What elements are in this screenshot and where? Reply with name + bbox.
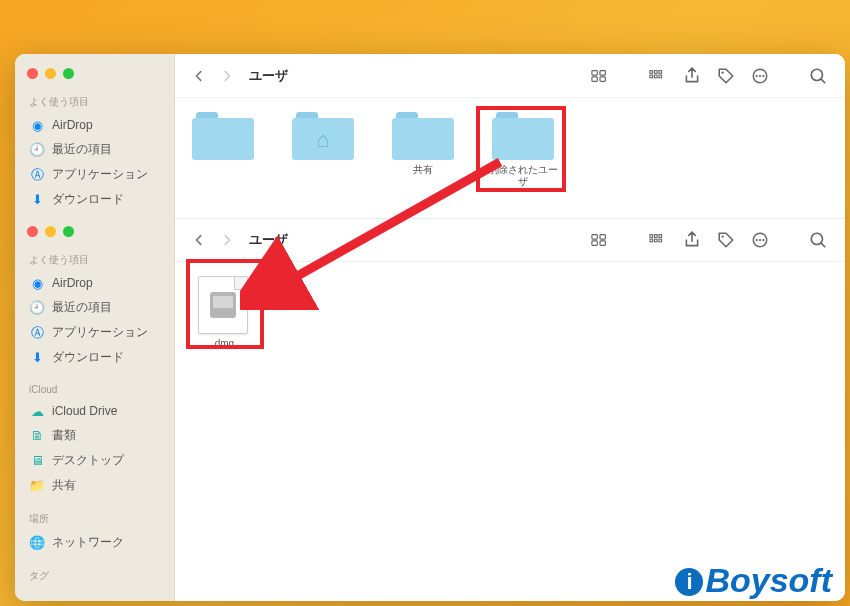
sidebar-item-documents[interactable]: 🗎 書類 — [15, 423, 174, 448]
minimize-window-button[interactable] — [45, 226, 56, 237]
sidebar-section-tags: タグ — [15, 563, 174, 587]
sidebar-item-downloads[interactable]: ⬇︎ ダウンロード — [15, 187, 174, 212]
airdrop-icon: ◉ — [29, 117, 45, 133]
svg-point-29 — [759, 239, 761, 241]
svg-rect-20 — [650, 235, 653, 238]
svg-point-12 — [756, 74, 758, 76]
svg-point-13 — [759, 74, 761, 76]
sidebar-item-applications[interactable]: Ⓐ アプリケーション — [15, 320, 174, 345]
breadcrumb-title: ユーザ — [249, 231, 581, 249]
brand-logo-mark: i — [675, 568, 703, 596]
more-button[interactable] — [745, 62, 775, 90]
minimize-window-button[interactable] — [45, 68, 56, 79]
sidebar-item-label: アプリケーション — [52, 166, 148, 183]
folder-item-shared[interactable]: 共有 — [387, 112, 459, 188]
sidebar-item-label: 最近の項目 — [52, 299, 112, 316]
svg-point-30 — [762, 239, 764, 241]
file-label: .dmg — [212, 338, 234, 350]
finder-window: よく使う項目 ◉ AirDrop 🕘 最近の項目 Ⓐ アプリケーション ⬇︎ ダ… — [15, 54, 845, 601]
svg-point-26 — [722, 236, 724, 238]
home-icon: ⌂ — [316, 127, 329, 153]
view-mode-button[interactable] — [585, 226, 615, 254]
tags-button[interactable] — [711, 226, 741, 254]
sidebar-item-downloads[interactable]: ⬇︎ ダウンロード — [15, 345, 174, 370]
svg-rect-3 — [600, 76, 605, 81]
svg-rect-4 — [650, 70, 653, 73]
group-by-button[interactable] — [643, 226, 673, 254]
sidebar-item-label: デスクトップ — [52, 452, 124, 469]
sidebar-item-recents[interactable]: 🕘 最近の項目 — [15, 295, 174, 320]
sidebar-item-network[interactable]: 🌐 ネットワーク — [15, 530, 174, 555]
sidebar-item-label: 書類 — [52, 427, 76, 444]
folder-item[interactable] — [187, 112, 259, 188]
svg-point-28 — [756, 239, 758, 241]
svg-point-10 — [722, 71, 724, 73]
svg-rect-7 — [650, 75, 653, 78]
fullscreen-window-button[interactable] — [63, 226, 74, 237]
sidebar-item-label: iCloud Drive — [52, 404, 117, 418]
sidebar-item-desktop[interactable]: 🖥 デスクトップ — [15, 448, 174, 473]
sidebar-item-label: ネットワーク — [52, 534, 124, 551]
search-button[interactable] — [803, 226, 833, 254]
fullscreen-window-button[interactable] — [63, 68, 74, 79]
close-window-button[interactable] — [27, 226, 38, 237]
clock-icon: 🕘 — [29, 300, 45, 316]
sidebar-item-label: AirDrop — [52, 276, 93, 290]
svg-rect-23 — [650, 239, 653, 242]
file-area-1: ⌂ 共有 削除されたユーザ — [175, 98, 845, 218]
sidebar-item-recents[interactable]: 🕘 最近の項目 — [15, 137, 174, 162]
airdrop-icon: ◉ — [29, 275, 45, 291]
sidebar-section-locations: 場所 — [15, 506, 174, 530]
folder-item-home[interactable]: ⌂ — [287, 112, 359, 188]
folder-item-deleted-users[interactable]: 削除されたユーザ — [487, 112, 559, 188]
sidebar-item-applications[interactable]: Ⓐ アプリケーション — [15, 162, 174, 187]
folder-icon — [392, 112, 454, 160]
view-mode-button[interactable] — [585, 62, 615, 90]
more-button[interactable] — [745, 226, 775, 254]
file-label: 削除されたユーザ — [487, 164, 559, 188]
svg-rect-16 — [592, 235, 597, 240]
sidebar-item-label: ダウンロード — [52, 191, 124, 208]
window-controls-2 — [15, 220, 174, 247]
toolbar-1: ユーザ — [175, 54, 845, 98]
sidebar-section-favorites: よく使う項目 — [15, 89, 174, 113]
svg-point-14 — [762, 74, 764, 76]
sidebar-item-airdrop[interactable]: ◉ AirDrop — [15, 113, 174, 137]
nav-back-button[interactable] — [187, 226, 211, 254]
sidebar-item-icloud-drive[interactable]: ☁︎ iCloud Drive — [15, 399, 174, 423]
sidebar-item-shared[interactable]: 📁 共有 — [15, 473, 174, 498]
svg-rect-24 — [654, 239, 657, 242]
sidebar: よく使う項目 ◉ AirDrop 🕘 最近の項目 Ⓐ アプリケーション ⬇︎ ダ… — [15, 54, 175, 601]
svg-rect-9 — [659, 75, 662, 78]
sidebar-section-favorites-2: よく使う項目 — [15, 247, 174, 271]
doc-icon: 🗎 — [29, 428, 45, 444]
search-button[interactable] — [803, 62, 833, 90]
svg-rect-19 — [600, 241, 605, 246]
tags-button[interactable] — [711, 62, 741, 90]
group-by-button[interactable] — [643, 62, 673, 90]
sidebar-item-label: ダウンロード — [52, 349, 124, 366]
file-label: 共有 — [413, 164, 433, 176]
sidebar-item-airdrop[interactable]: ◉ AirDrop — [15, 271, 174, 295]
share-button[interactable] — [677, 62, 707, 90]
download-icon: ⬇︎ — [29, 350, 45, 366]
file-item-dmg[interactable]: .dmg — [187, 276, 259, 350]
content-area: ユーザ — [175, 54, 845, 601]
nav-forward-button[interactable] — [215, 226, 239, 254]
nav-forward-button[interactable] — [215, 62, 239, 90]
svg-rect-0 — [592, 70, 597, 75]
brand-logo-text: Boysoft — [705, 561, 832, 600]
nav-back-button[interactable] — [187, 62, 211, 90]
close-window-button[interactable] — [27, 68, 38, 79]
sidebar-item-label: 共有 — [52, 477, 76, 494]
svg-rect-6 — [659, 70, 662, 73]
share-button[interactable] — [677, 226, 707, 254]
svg-rect-25 — [659, 239, 662, 242]
svg-rect-21 — [654, 235, 657, 238]
window-controls — [15, 62, 174, 89]
toolbar-2: ユーザ — [175, 218, 845, 262]
svg-rect-17 — [600, 235, 605, 240]
sidebar-item-label: 最近の項目 — [52, 141, 112, 158]
svg-rect-2 — [592, 76, 597, 81]
apps-icon: Ⓐ — [29, 167, 45, 183]
